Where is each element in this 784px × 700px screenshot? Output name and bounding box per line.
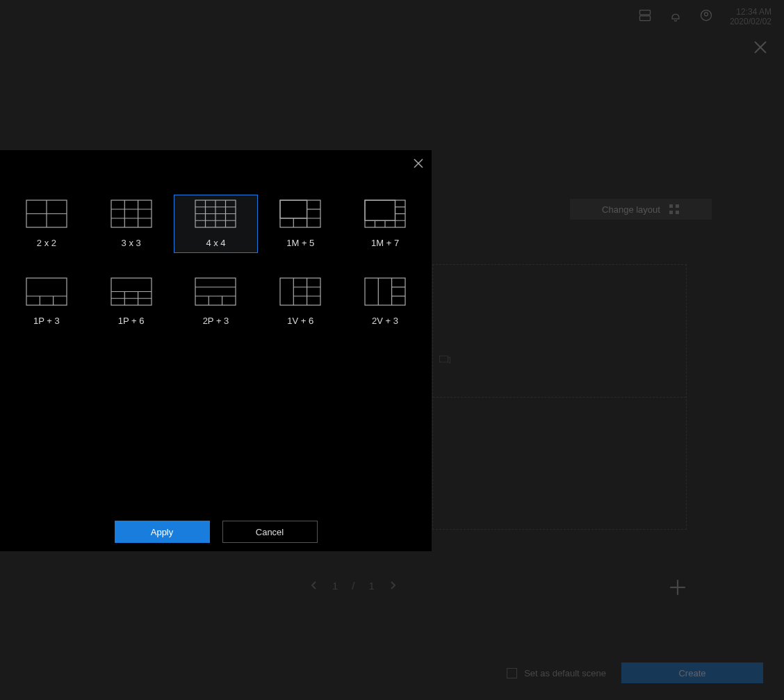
layout-thumb-icon (364, 277, 406, 306)
modal-body: 2 x 23 x 34 x 41M + 51M + 71P + 31P + 62… (0, 150, 432, 331)
layout-option-2V3[interactable]: 2V + 3 (343, 272, 427, 331)
layout-thumb-icon (26, 200, 67, 228)
plus-icon (669, 578, 687, 596)
layout-option-label: 2P + 3 (203, 316, 229, 326)
top-bar: 12:34 AM 2020/02/02 (0, 0, 784, 33)
change-layout-label: Change layout (602, 204, 660, 215)
layout-option-label: 1P + 6 (118, 316, 145, 326)
bottom-bar: Set as default scene Create (507, 662, 763, 683)
chevron-left-icon (310, 581, 318, 589)
scene-grid (432, 264, 687, 530)
user-icon[interactable] (699, 8, 713, 25)
layout-thumb-icon (279, 200, 321, 228)
layout-thumb-icon (195, 277, 236, 306)
svg-rect-0 (639, 10, 650, 15)
svg-rect-7 (676, 204, 679, 208)
layout-option-2x2[interactable]: 2 x 2 (4, 195, 89, 253)
svg-rect-6 (669, 204, 673, 208)
change-layout-button[interactable]: Change layout (570, 199, 712, 220)
clock-time: 12:34 AM (730, 7, 771, 17)
svg-rect-10 (440, 356, 448, 362)
layout-option-3x3[interactable]: 3 x 3 (89, 195, 174, 253)
layout-thumb-icon (279, 277, 321, 306)
cancel-button[interactable]: Cancel (222, 521, 318, 543)
layout-thumb-icon (111, 200, 152, 228)
pager-sep: / (352, 580, 354, 592)
layout-thumb-icon (111, 277, 152, 306)
layout-option-label: 3 x 3 (122, 238, 141, 248)
close-icon (412, 157, 425, 170)
chevron-right-icon (389, 581, 397, 589)
layout-option-1M5[interactable]: 1M + 5 (258, 195, 343, 253)
svg-rect-8 (669, 211, 673, 214)
layout-thumb-icon (26, 277, 67, 306)
set-default-label: Set as default scene (524, 668, 606, 678)
svg-rect-9 (676, 211, 679, 214)
page-close-button[interactable] (752, 39, 769, 56)
storage-icon[interactable] (638, 8, 652, 25)
add-camera-icon (439, 354, 451, 366)
pager: 1 / 1 (310, 580, 397, 592)
layout-option-label: 2 x 2 (37, 238, 56, 248)
create-label: Create (678, 668, 705, 678)
layout-modal: 2 x 23 x 34 x 41M + 51M + 71P + 31P + 62… (0, 150, 432, 551)
clock-date: 2020/02/02 (730, 17, 771, 26)
pager-current: 1 (332, 580, 338, 592)
pager-total: 1 (369, 580, 375, 592)
cancel-label: Cancel (256, 527, 284, 537)
svg-rect-1 (639, 16, 650, 21)
svg-point-3 (704, 13, 708, 16)
layout-option-1V6[interactable]: 1V + 6 (258, 272, 343, 331)
layout-grid: 2 x 23 x 34 x 41M + 51M + 71P + 31P + 62… (4, 195, 427, 331)
layout-option-1M7[interactable]: 1M + 7 (343, 195, 427, 253)
layout-option-label: 1M + 5 (286, 238, 314, 248)
apply-button[interactable]: Apply (115, 521, 210, 543)
create-button[interactable]: Create (621, 662, 763, 683)
apply-label: Apply (151, 527, 174, 537)
set-default-checkbox[interactable]: Set as default scene (507, 668, 606, 678)
svg-point-2 (701, 10, 711, 21)
clock: 12:34 AM 2020/02/02 (730, 7, 771, 27)
layout-option-label: 1P + 3 (33, 316, 60, 326)
layout-option-label: 1M + 7 (371, 238, 399, 248)
layout-option-label: 4 x 4 (206, 238, 225, 248)
checkbox-box (507, 668, 517, 678)
modal-actions: Apply Cancel (0, 521, 432, 543)
layout-option-1P6[interactable]: 1P + 6 (89, 272, 174, 331)
layout-option-1P3[interactable]: 1P + 3 (4, 272, 89, 331)
layout-option-4x4[interactable]: 4 x 4 (174, 195, 259, 253)
grid-icon (669, 204, 680, 215)
modal-close-button[interactable] (412, 157, 425, 170)
layout-option-label: 2V + 3 (372, 316, 398, 326)
prev-page-button[interactable] (310, 580, 318, 592)
layout-thumb-icon (364, 200, 406, 228)
layout-option-2P3[interactable]: 2P + 3 (174, 272, 259, 331)
layout-option-label: 1V + 6 (287, 316, 313, 326)
layout-thumb-icon (195, 200, 236, 228)
add-page-button[interactable] (669, 578, 687, 596)
bell-icon[interactable] (669, 8, 683, 25)
next-page-button[interactable] (389, 580, 397, 592)
